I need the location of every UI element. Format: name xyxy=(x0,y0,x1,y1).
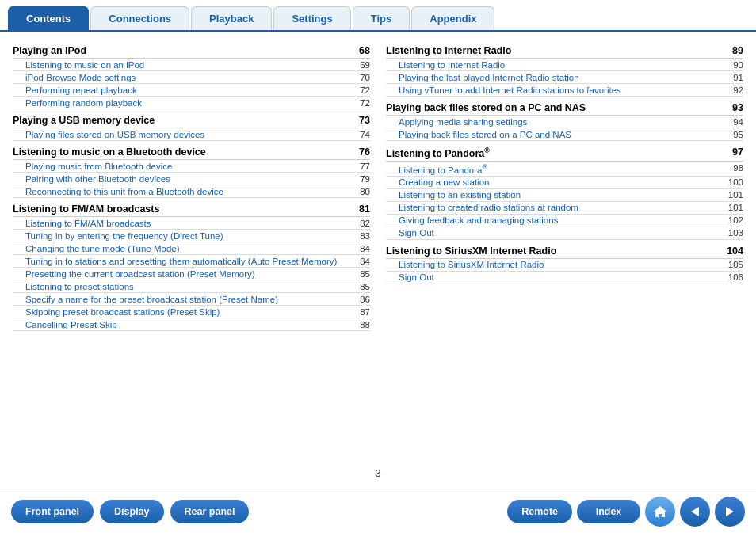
toc-item[interactable]: Specify a name for the preset broadcast … xyxy=(13,293,370,306)
section-title: Playing an iPod xyxy=(13,45,86,56)
svg-marker-0 xyxy=(654,506,666,517)
page-number: 3 xyxy=(375,467,380,479)
section-page: 97 xyxy=(732,147,743,159)
toc-item[interactable]: Listening to preset stations85 xyxy=(13,280,370,293)
tab-playback[interactable]: Playback xyxy=(191,6,272,30)
tab-appendix[interactable]: Appendix xyxy=(411,6,494,30)
section-page: 89 xyxy=(732,45,743,56)
toc-item[interactable]: Reconnecting to this unit from a Bluetoo… xyxy=(13,185,370,198)
section-internet-radio: Listening to Internet Radio 89 Listening… xyxy=(386,43,743,97)
bottom-nav-left: Front panel Display Rear panel xyxy=(11,500,249,523)
toc-item[interactable]: Listening to created radio stations at r… xyxy=(386,202,743,215)
toc-item[interactable]: Giving feedback and managing stations102 xyxy=(386,215,743,227)
back-arrow-icon xyxy=(688,504,702,519)
section-title: Listening to Internet Radio xyxy=(386,45,511,56)
section-page: 93 xyxy=(732,102,743,113)
display-button[interactable]: Display xyxy=(100,500,163,523)
svg-marker-1 xyxy=(691,507,699,516)
toc-item[interactable]: Applying media sharing settings94 xyxy=(386,116,743,128)
toc-item[interactable]: Listening to FM/AM broadcasts82 xyxy=(13,217,370,230)
toc-item[interactable]: Presetting the current broadcast station… xyxy=(13,268,370,280)
section-page: 73 xyxy=(359,115,370,126)
section-pc-nas: Playing back files stored on a PC and NA… xyxy=(386,100,743,141)
top-navigation: Contents Connections Playback Settings T… xyxy=(0,0,756,32)
index-button[interactable]: Index xyxy=(577,500,640,523)
section-header: Listening to Pandora® 97 xyxy=(386,144,743,162)
toc-item[interactable]: Sign Out106 xyxy=(386,272,743,284)
section-page: 81 xyxy=(359,204,370,215)
main-content: Playing an iPod 68 Listening to music on… xyxy=(0,32,756,479)
toc-item[interactable]: Sign Out103 xyxy=(386,227,743,240)
section-header: Listening to FM/AM broadcasts 81 xyxy=(13,201,370,217)
section-header: Playing an iPod 68 xyxy=(13,43,370,59)
toc-item[interactable]: Listening to an existing station101 xyxy=(386,189,743,202)
toc-item[interactable]: Listening to Internet Radio90 xyxy=(386,59,743,71)
svg-marker-2 xyxy=(726,507,734,516)
toc-item[interactable]: Skipping preset broadcast stations (Pres… xyxy=(13,306,370,318)
section-playing-ipod: Playing an iPod 68 Listening to music on… xyxy=(13,43,370,109)
section-header: Playing back files stored on a PC and NA… xyxy=(386,100,743,116)
section-fm-am: Listening to FM/AM broadcasts 81 Listeni… xyxy=(13,201,370,331)
tab-contents[interactable]: Contents xyxy=(8,6,89,30)
toc-item[interactable]: Pairing with other Bluetooth devices79 xyxy=(13,173,370,185)
toc-item[interactable]: Tuning in to stations and presetting the… xyxy=(13,255,370,268)
back-button[interactable] xyxy=(680,497,710,527)
tab-settings[interactable]: Settings xyxy=(273,6,350,30)
section-title: Listening to music on a Bluetooth device xyxy=(13,147,206,158)
remote-button[interactable]: Remote xyxy=(507,500,572,523)
section-pandora: Listening to Pandora® 97 Listening to Pa… xyxy=(386,144,743,240)
section-title: Listening to Pandora® xyxy=(386,147,490,159)
section-bluetooth: Listening to music on a Bluetooth device… xyxy=(13,144,370,198)
bottom-navigation: Front panel Display Rear panel Remote In… xyxy=(0,489,756,533)
home-button[interactable] xyxy=(645,497,675,527)
toc-item[interactable]: Performing random playback72 xyxy=(13,97,370,109)
section-title: Playing a USB memory device xyxy=(13,115,155,126)
forward-button[interactable] xyxy=(715,497,745,527)
bottom-nav-right: Remote Index xyxy=(507,497,745,527)
left-column: Playing an iPod 68 Listening to music on… xyxy=(13,43,370,471)
tab-tips[interactable]: Tips xyxy=(353,6,410,30)
toc-item[interactable]: Listening to SiriusXM Internet Radio105 xyxy=(386,259,743,272)
home-icon xyxy=(652,504,668,520)
front-panel-button[interactable]: Front panel xyxy=(11,500,94,523)
section-header: Listening to music on a Bluetooth device… xyxy=(13,144,370,160)
toc-item[interactable]: Listening to music on an iPod69 xyxy=(13,59,370,71)
toc-item[interactable]: Listening to Pandora®98 xyxy=(386,162,743,177)
toc-item[interactable]: Changing the tune mode (Tune Mode)84 xyxy=(13,242,370,255)
section-header: Listening to Internet Radio 89 xyxy=(386,43,743,59)
section-usb: Playing a USB memory device 73 Playing f… xyxy=(13,112,370,141)
toc-item[interactable]: Performing repeat playback72 xyxy=(13,84,370,97)
section-siriusxm: Listening to SiriusXM Internet Radio 104… xyxy=(386,243,743,284)
section-header: Playing a USB memory device 73 xyxy=(13,112,370,128)
tab-connections[interactable]: Connections xyxy=(90,6,189,30)
section-page: 68 xyxy=(359,45,370,56)
toc-item[interactable]: Tuning in by entering the frequency (Dir… xyxy=(13,230,370,242)
forward-arrow-icon xyxy=(723,504,737,519)
toc-item[interactable]: Creating a new station100 xyxy=(386,177,743,189)
section-title: Playing back files stored on a PC and NA… xyxy=(386,102,586,113)
toc-item[interactable]: iPod Browse Mode settings70 xyxy=(13,71,370,84)
section-header: Listening to SiriusXM Internet Radio 104 xyxy=(386,243,743,259)
section-title: Listening to FM/AM broadcasts xyxy=(13,204,159,215)
right-column: Listening to Internet Radio 89 Listening… xyxy=(386,43,743,471)
section-page: 104 xyxy=(727,246,743,257)
toc-item[interactable]: Cancelling Preset Skip88 xyxy=(13,318,370,331)
toc-item[interactable]: Playing the last played Internet Radio s… xyxy=(386,71,743,84)
section-title: Listening to SiriusXM Internet Radio xyxy=(386,246,556,257)
toc-item[interactable]: Playing files stored on USB memory devic… xyxy=(13,128,370,141)
toc-item[interactable]: Playing back files stored on a PC and NA… xyxy=(386,128,743,141)
toc-item[interactable]: Using vTuner to add Internet Radio stati… xyxy=(386,84,743,97)
toc-item[interactable]: Playing music from Bluetooth device77 xyxy=(13,160,370,173)
rear-panel-button[interactable]: Rear panel xyxy=(170,500,250,523)
section-page: 76 xyxy=(359,147,370,158)
